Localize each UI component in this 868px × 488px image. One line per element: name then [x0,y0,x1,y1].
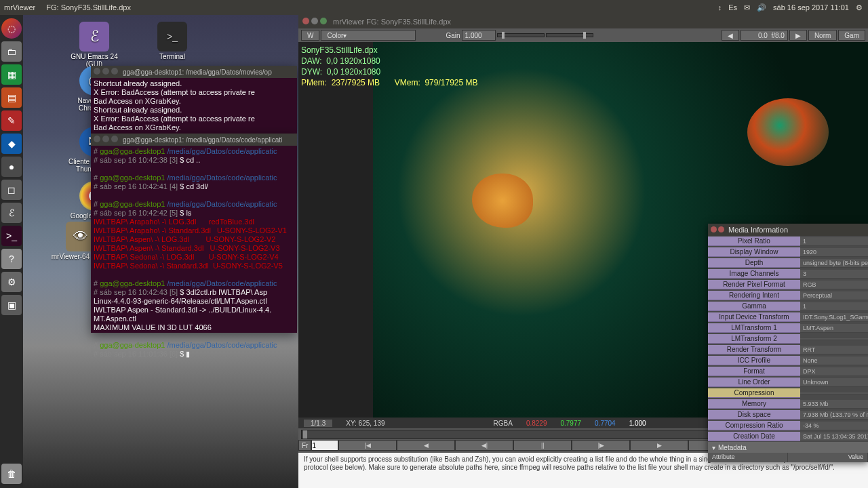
terminal-icon: >_ [157,22,187,52]
media-info-row[interactable]: Line OrderUnknown [708,377,868,388]
media-info-row[interactable]: FormatDPX [708,366,868,377]
mail-icon[interactable]: ✉ [744,3,750,12]
impress-icon[interactable]: ▤ [1,87,22,108]
media-info-value: LMT.Aspen [800,324,868,333]
dash-icon[interactable]: ◌ [1,18,22,39]
terminal-titlebar[interactable]: gga@gga-desktop1: /media/gga/Datos/code/… [91,134,297,146]
media-info-row[interactable]: ICC ProfileNone [708,355,868,366]
terminal-titlebar[interactable]: gga@gga-desktop1: /media/gga/Datos/movie… [91,66,297,78]
media-info-key: Compression Ratio [708,421,800,430]
gain-label: Gain [446,32,460,39]
media-info-row[interactable]: Creation DateSat Jul 15 13:04:35 2017 [708,431,868,442]
media-info-value: 3 [800,270,868,279]
zoom-ratio[interactable]: 1/1.3 [304,420,332,427]
exposure-input[interactable] [741,30,788,41]
col-value: Value [788,453,868,462]
playhead[interactable] [303,430,307,439]
media-info-value: 1 [800,237,868,246]
media-info-value [800,338,868,340]
trash-icon[interactable]: 🗑 [1,464,22,484]
gain-slider-2[interactable] [546,33,593,37]
media-info-value: RGB [800,281,868,289]
clock[interactable]: sáb 16 sep 2017 11:01 [773,3,849,12]
gain-input[interactable] [462,30,496,41]
menubar-app: mrViewer [0,3,35,12]
network-icon[interactable]: ↕ [718,3,722,12]
xy-readout: XY: 625, 139 [346,420,384,427]
media-info-value: IDT.Sony.SLog1_SGamut_12 [800,313,868,322]
blue-app-icon[interactable]: ◆ [1,134,22,154]
media-info-key: Pixel Ratio [708,237,800,246]
media-info-key: Image Channels [708,269,800,279]
media-info-row[interactable]: Pixel Ratio1 [708,236,868,247]
step-back-button[interactable]: ◀ [397,440,455,451]
gear-icon[interactable]: ⚙ [856,3,863,12]
gray-app-icon[interactable]: ◻ [1,180,22,200]
terminal-launcher-icon[interactable]: >_ [1,226,22,246]
media-info-row[interactable]: LMTransform 1LMT.Aspen [708,323,868,333]
media-info-row[interactable]: Memory5.933 Mb [708,399,868,409]
hud-overlay: SonyF35.StillLife.dpx DAW: 0,0 1920x1080… [301,45,477,88]
media-info-row[interactable]: Input Device TransformIDT.Sony.SLog1_SGa… [708,312,868,323]
mrviewer-titlebar[interactable]: mrViewer FG: SonyF35.StillLife.dpx [298,15,868,28]
media-info-panel[interactable]: Media Information Pixel Ratio1Display Wi… [708,224,868,462]
terminal-window-1[interactable]: gga@gga-desktop1: /media/gga/Datos/movie… [91,66,297,134]
terminal-title: gga@gga-desktop1: /media/gga/Datos/movie… [123,68,272,77]
media-info-row[interactable]: Depthunsigned byte (8-bits per cha [708,258,868,268]
media-info-row[interactable]: Render Pixel FormatRGB [708,279,868,290]
system-tray: ↕ Es ✉ 🔊 sáb 16 sep 2017 11:01 ⚙ [718,3,868,12]
keyboard-lang[interactable]: Es [728,3,737,12]
settings-icon[interactable]: ⚙ [1,272,22,292]
media-info-value: -34 % [800,422,868,430]
media-info-row[interactable]: Compression Ratio-34 % [708,420,868,431]
media-info-row[interactable]: LMTransform 2 [708,333,868,344]
terminal-window-2[interactable]: gga@gga-desktop1: /media/gga/Datos/code/… [91,134,297,333]
mrviewer-toolbar: W Color ▾ Gain ◀ ▶ Norm Gam [298,28,868,42]
frame-input[interactable] [311,440,338,451]
pixel-a: 1.000 [629,420,646,427]
play-back-button[interactable]: ◀| [455,440,513,451]
calc-icon[interactable]: ▦ [1,64,22,85]
media-info-titlebar[interactable]: Media Information [708,224,868,236]
media-info-row[interactable]: Disk space7.938 Mb (133.79 % of memo [708,409,868,420]
dark-app-icon[interactable]: ● [1,157,22,177]
play-fwd-button[interactable]: |▶ [572,440,630,451]
gain-slider[interactable] [497,33,545,37]
window-controls[interactable] [302,18,329,26]
emacs-launcher-icon[interactable]: ℰ [1,203,22,223]
terminal-output: Shortcut already assigned. X Error: BadA… [91,78,297,134]
prev-button[interactable]: ◀ [722,30,739,41]
files-icon[interactable]: 🗀 [1,41,22,62]
pause-button[interactable]: || [513,440,572,451]
window-controls[interactable] [94,68,120,77]
help-icon[interactable]: ? [1,249,22,269]
w-button[interactable]: W [301,30,319,41]
app-icon[interactable]: ▣ [1,295,22,315]
pixel-g: 0.7977 [560,420,581,427]
media-info-key: ICC Profile [708,356,800,365]
media-info-value: DPX [800,367,868,376]
top-menubar: mrViewer FG: SonyF35.StillLife.dpx ↕ Es … [0,0,868,15]
window-controls[interactable] [94,136,120,144]
media-info-row[interactable]: Render TransformRRT [708,344,868,355]
color-dropdown[interactable]: Color ▾ [321,30,416,41]
metadata-header[interactable]: ▾ Metadata [708,442,868,453]
media-info-row[interactable]: Compression [708,388,868,399]
terminal-output[interactable]: # gga@gga-desktop1 /media/gga/Datos/code… [91,146,297,360]
gam-button[interactable]: Gam [838,30,865,41]
media-info-row[interactable]: Rendering IntentPerceptual [708,290,868,301]
step-fwd-button[interactable]: ▶ [630,440,688,451]
next-button[interactable]: ▶ [789,30,807,41]
media-info-key: Render Transform [708,345,800,354]
desktop-icon-emacs[interactable]: ℰ GNU Emacs 24 (GUI) [64,22,125,68]
media-info-row[interactable]: Display Window1920 [708,247,868,258]
go-start-button[interactable]: |◀ [338,440,397,451]
window-controls[interactable] [711,226,726,234]
media-info-value: RRT [800,346,868,354]
media-info-row[interactable]: Image Channels3 [708,268,868,279]
media-info-row[interactable]: Gamma1 [708,301,868,312]
desktop-icon-terminal[interactable]: >_ Terminal [142,22,203,60]
volume-icon[interactable]: 🔊 [757,3,766,12]
draw-icon[interactable]: ✎ [1,110,22,131]
norm-button[interactable]: Norm [808,30,837,41]
